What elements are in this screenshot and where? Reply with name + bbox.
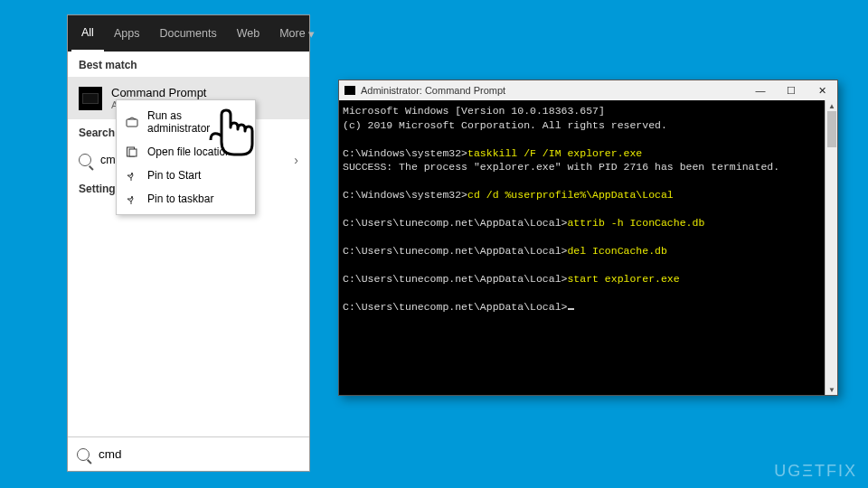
ctx-pin-to-start[interactable]: Pin to Start	[117, 164, 255, 187]
search-panel: All Apps Documents Web More ▾ Best match…	[67, 14, 310, 472]
ctx-open-file-location[interactable]: Open file location	[117, 140, 255, 164]
shield-icon	[126, 116, 138, 128]
ctx-run-as-admin[interactable]: Run as administrator	[117, 104, 255, 140]
svg-rect-0	[127, 119, 137, 127]
cmd-title: Administrator: Command Prompt	[361, 85, 505, 96]
minimize-button[interactable]: —	[745, 80, 776, 100]
pin-taskbar-icon	[126, 192, 138, 205]
chevron-right-icon: ›	[294, 153, 298, 167]
terminal-output[interactable]: Microsoft Windows [Version 10.0.18363.65…	[339, 100, 837, 395]
best-match-title: Command Prompt	[111, 86, 206, 99]
scrollbar-vertical[interactable]: ▲ ▼	[825, 100, 837, 395]
command-prompt-window: Administrator: Command Prompt — ☐ ✕ Micr…	[338, 80, 838, 396]
search-icon	[79, 154, 91, 166]
tab-apps[interactable]: Apps	[104, 15, 150, 52]
tab-all[interactable]: All	[71, 15, 104, 52]
pin-start-icon	[126, 169, 138, 182]
close-button[interactable]: ✕	[807, 80, 837, 100]
search-tabs: All Apps Documents Web More ▾	[68, 15, 309, 52]
search-box	[68, 436, 309, 471]
scroll-up-icon[interactable]: ▲	[826, 100, 838, 111]
folder-icon	[126, 145, 138, 158]
search-input[interactable]	[99, 447, 300, 461]
tab-web[interactable]: Web	[227, 15, 269, 52]
watermark: UGΞTFIX	[774, 462, 857, 481]
cmd-titlebar-icon	[344, 86, 355, 95]
context-menu: Run as administrator Open file location …	[116, 99, 256, 215]
ctx-pin-to-taskbar[interactable]: Pin to taskbar	[117, 187, 255, 211]
svg-rect-2	[129, 149, 137, 156]
tab-more[interactable]: More ▾	[269, 15, 325, 52]
tab-documents[interactable]: Documents	[149, 15, 226, 52]
scroll-down-icon[interactable]: ▼	[826, 384, 838, 395]
search-icon	[77, 448, 90, 461]
scrollbar-thumb[interactable]	[827, 111, 836, 147]
cmd-titlebar[interactable]: Administrator: Command Prompt — ☐ ✕	[339, 80, 837, 100]
section-best-match: Best match	[68, 52, 309, 77]
maximize-button[interactable]: ☐	[776, 80, 807, 100]
command-prompt-icon	[79, 87, 102, 110]
